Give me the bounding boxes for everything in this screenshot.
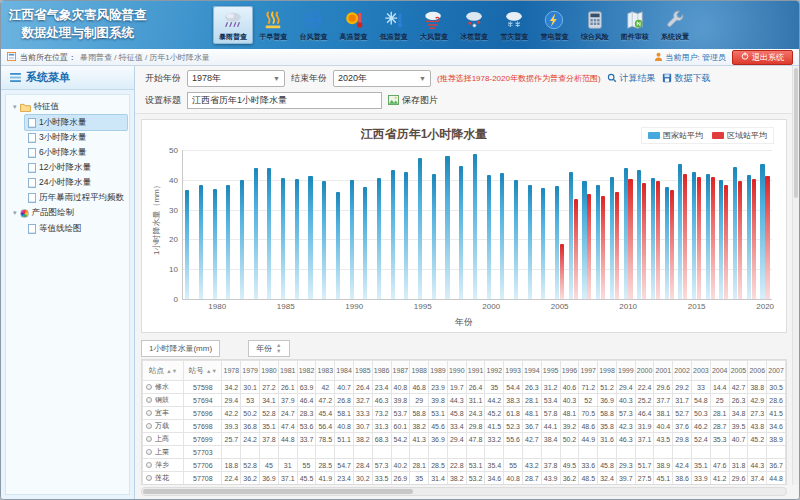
value-cell <box>278 446 297 459</box>
table-row[interactable]: 铜鼓5769429.45334.137.946.447.226.832.746.… <box>143 394 786 407</box>
value-cell: 57.3 <box>372 459 391 472</box>
tree-item[interactable]: 3小时降水量 <box>25 130 127 145</box>
toolbar-item-risk[interactable]: 综合风险 <box>575 6 615 44</box>
value-cell: 34.2 <box>222 381 241 394</box>
horizontal-scrollbar[interactable] <box>141 487 787 496</box>
sort-icons[interactable]: ▲▼ <box>276 343 281 354</box>
table-row[interactable]: 万载5769839.336.835.147.453.656.440.830.73… <box>143 420 786 433</box>
toolbar-item-snow[interactable]: 雪灾普查 <box>494 6 534 44</box>
station-name-cell[interactable]: 修水 <box>143 381 184 394</box>
value-cell: 48.5 <box>579 472 598 485</box>
logout-button[interactable]: 退出系统 <box>732 50 793 65</box>
value-cell: 31.3 <box>372 420 391 433</box>
table-row[interactable]: 修水5759834.230.127.226.163.94240.726.423.… <box>143 381 786 394</box>
end-year-select[interactable]: 2020年▼ <box>333 70 431 87</box>
document-icon <box>28 118 36 128</box>
table-row[interactable]: 分宜5779323.938.518.562.521.445.852.847.85… <box>143 485 786 486</box>
calc-result-link[interactable]: 计算结果 <box>607 72 656 85</box>
toolbar-item-hail[interactable]: 冰雹普查 <box>454 6 494 44</box>
radio-icon[interactable] <box>146 410 152 416</box>
value-cell: 39.7 <box>616 472 635 485</box>
toolbar-item-drought[interactable]: 干旱普查 <box>253 6 293 44</box>
value-cell: 40.2 <box>391 459 410 472</box>
save-image-link[interactable]: 保存图片 <box>388 94 438 107</box>
settings-icon <box>664 9 686 31</box>
tree-node[interactable]: ▾特征值 <box>8 99 127 115</box>
tree-item[interactable]: 24小时降水量 <box>25 175 127 190</box>
value-cell: 71.2 <box>579 381 598 394</box>
vertical-scrollbar-thumb[interactable] <box>794 68 798 198</box>
value-cell: 29.8 <box>466 420 485 433</box>
vertical-scrollbar[interactable] <box>792 66 799 485</box>
value-cell: 40.7 <box>335 381 354 394</box>
station-id-column-header[interactable]: 站号 ▲▼ <box>184 361 222 381</box>
year-field-chip[interactable]: 年份▲▼ <box>248 340 289 357</box>
tree-item[interactable]: 12小时降水量 <box>25 160 127 175</box>
tree-node-label: 特征值 <box>34 101 60 113</box>
data-grid-wrap[interactable]: 站点 ▲▼站号 ▲▼197819791980198119821983198419… <box>141 359 787 485</box>
value-cell: 44.3 <box>748 459 767 472</box>
station-name-cell[interactable]: 上高 <box>143 433 184 446</box>
bar-regional <box>587 194 591 299</box>
tree-node[interactable]: ▾产品图绘制 <box>8 205 127 221</box>
radio-icon[interactable] <box>146 436 152 442</box>
station-name-cell[interactable]: 宜丰 <box>143 407 184 420</box>
toolbar-item-settings[interactable]: 系统设置 <box>655 6 695 44</box>
station-id-cell: 57706 <box>184 459 222 472</box>
station-id-cell: 57703 <box>184 446 222 459</box>
value-cell: 40.1 <box>729 485 748 486</box>
radio-icon[interactable] <box>146 462 152 468</box>
radio-icon[interactable] <box>146 475 152 481</box>
tree-item[interactable]: 等值线绘图 <box>25 221 127 236</box>
toolbar-item-typhoon[interactable]: 台风普查 <box>293 6 333 44</box>
lightning-icon <box>543 9 565 31</box>
bar-national <box>404 172 408 299</box>
value-cell: 34.6 <box>767 420 786 433</box>
legend-national[interactable]: 国家站平均 <box>648 130 703 141</box>
table-row[interactable]: 上高5769925.724.237.844.833.778.551.138.26… <box>143 433 786 446</box>
chart-title-input[interactable]: 江西省历年1小时降水量 <box>187 92 382 109</box>
station-name-cell[interactable]: 万载 <box>143 420 184 433</box>
horizontal-scrollbar-thumb[interactable] <box>143 489 413 494</box>
start-year-select[interactable]: 1978年▼ <box>187 70 285 87</box>
user-icon <box>654 52 663 63</box>
table-row[interactable]: 萍乡5770618.852.845315528.554.728.457.340.… <box>143 459 786 472</box>
value-cell: 28.1 <box>522 394 541 407</box>
toolbar-item-lightning[interactable]: 雷电普查 <box>534 6 574 44</box>
toolbar-item-hightemp[interactable]: 高温普查 <box>334 6 374 44</box>
station-column-header[interactable]: 站点 ▲▼ <box>143 361 184 381</box>
value-cell: 48.9 <box>579 485 598 486</box>
value-cell: 43.5 <box>654 433 673 446</box>
table-row[interactable]: 莲花5770822.436.236.937.145.541.923.430.23… <box>143 472 786 485</box>
value-cell <box>260 446 279 459</box>
bar-national <box>459 166 463 299</box>
measure-chip[interactable]: 1小时降水量(mm) <box>141 340 220 357</box>
value-cell <box>560 446 579 459</box>
radio-icon[interactable] <box>146 449 152 455</box>
radio-icon[interactable] <box>146 423 152 429</box>
tree-item[interactable]: 1小时降水量 <box>25 115 127 130</box>
station-name-cell[interactable]: 莲花 <box>143 472 184 485</box>
toolbar-item-rain[interactable]: 暴雨普查 <box>213 6 253 44</box>
value-cell: 14.4 <box>710 381 729 394</box>
toolbar-item-wind[interactable]: 大风普查 <box>414 6 454 44</box>
station-name-cell[interactable]: 分宜 <box>143 485 184 486</box>
legend-regional[interactable]: 区域站平均 <box>712 130 767 141</box>
value-cell: 45 <box>260 459 279 472</box>
table-row[interactable]: 宜丰5769642.250.252.824.728.345.458.133.37… <box>143 407 786 420</box>
radio-icon[interactable] <box>146 397 152 403</box>
toolbar-item-lowtemp[interactable]: 低温普查 <box>374 6 414 44</box>
station-name-cell[interactable]: 萍乡 <box>143 459 184 472</box>
data-download-link[interactable]: 数据下载 <box>662 72 711 85</box>
toolbar-item-map[interactable]: 图件审核 <box>615 6 655 44</box>
breadcrumb-path[interactable]: 暴雨普查 / 特征值 / 历年1小时降水量 <box>80 52 210 63</box>
value-cell: 54.3 <box>447 485 466 486</box>
tree-item[interactable]: 6小时降水量 <box>25 145 127 160</box>
tree-item[interactable]: 历年暴雨过程平均频数 <box>25 190 127 205</box>
table-row[interactable]: 上栗57703 <box>143 446 786 459</box>
station-name-cell[interactable]: 铜鼓 <box>143 394 184 407</box>
value-cell: 37.9 <box>278 394 297 407</box>
station-name-cell[interactable]: 上栗 <box>143 446 184 459</box>
radio-icon[interactable] <box>146 384 152 390</box>
value-cell: 45.6 <box>429 420 448 433</box>
